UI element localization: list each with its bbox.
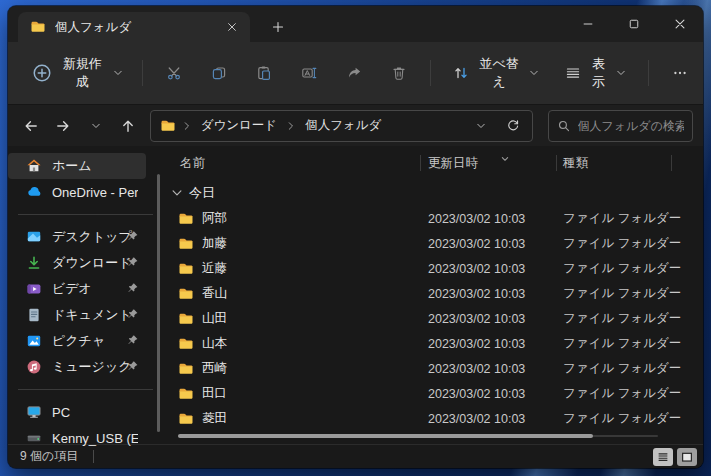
table-row[interactable]: 香山 2023/03/02 10:03 ファイル フォルダー bbox=[163, 281, 703, 306]
breadcrumb-item[interactable]: ダウンロード bbox=[196, 114, 282, 137]
file-name: 阿部 bbox=[202, 210, 227, 227]
details-view-toggle[interactable] bbox=[653, 448, 673, 466]
column-divider[interactable] bbox=[671, 155, 672, 171]
file-type: ファイル フォルダー bbox=[557, 360, 671, 377]
table-row[interactable]: 近藤 2023/03/02 10:03 ファイル フォルダー bbox=[163, 256, 703, 281]
sort-button[interactable]: 並べ替え bbox=[443, 48, 549, 98]
usb-icon bbox=[26, 430, 42, 446]
sort-button-label: 並べ替え bbox=[476, 55, 522, 91]
search-input[interactable] bbox=[578, 119, 685, 133]
file-list: 名前 更新日時 種類 今日 阿部 2023/03/02 10:03 ファイル フ… bbox=[163, 146, 703, 444]
file-date: 2023/03/02 10:03 bbox=[421, 262, 557, 276]
thumbnail-view-icon bbox=[680, 450, 694, 464]
sort-arrows-icon bbox=[453, 65, 469, 81]
thumbnail-view-toggle[interactable] bbox=[677, 448, 697, 466]
horizontal-scrollbar[interactable] bbox=[178, 434, 593, 438]
recent-locations-button[interactable] bbox=[81, 111, 110, 141]
sidebar-item-music[interactable]: ミュージック bbox=[8, 354, 146, 380]
sidebar-item-label: PC bbox=[52, 405, 138, 420]
group-header-today[interactable]: 今日 bbox=[163, 180, 703, 206]
new-button[interactable]: 新規作成 bbox=[22, 48, 133, 98]
share-button[interactable] bbox=[335, 55, 372, 91]
table-row[interactable]: 山田 2023/03/02 10:03 ファイル フォルダー bbox=[163, 306, 703, 331]
view-button[interactable]: 表示 bbox=[555, 48, 636, 98]
sidebar-item-video[interactable]: ビデオ bbox=[8, 276, 146, 302]
main-area: ホーム OneDrive - Personal デスクトップ ダウンロード ビデ… bbox=[8, 146, 703, 444]
file-type: ファイル フォルダー bbox=[557, 235, 671, 252]
status-divider bbox=[93, 450, 94, 463]
delete-button[interactable] bbox=[380, 55, 417, 91]
chevron-down-icon bbox=[91, 121, 101, 131]
rename-button[interactable] bbox=[290, 55, 327, 91]
column-header-date[interactable]: 更新日時 bbox=[421, 155, 556, 172]
back-button[interactable] bbox=[16, 111, 45, 141]
chevron-right-icon bbox=[182, 121, 192, 131]
file-date: 2023/03/02 10:03 bbox=[421, 337, 557, 351]
file-date: 2023/03/02 10:03 bbox=[421, 387, 557, 401]
refresh-button[interactable] bbox=[500, 113, 526, 139]
sidebar-items: ホーム OneDrive - Personal デスクトップ ダウンロード ビデ… bbox=[8, 153, 163, 451]
sidebar-item-label: ホーム bbox=[52, 157, 138, 175]
file-type: ファイル フォルダー bbox=[557, 385, 671, 402]
table-row[interactable]: 山本 2023/03/02 10:03 ファイル フォルダー bbox=[163, 331, 703, 356]
table-row[interactable]: 菱田 2023/03/02 10:03 ファイル フォルダー bbox=[163, 406, 703, 431]
sidebar-item-onedrive[interactable]: OneDrive - Personal bbox=[8, 179, 146, 205]
cut-icon bbox=[166, 65, 182, 81]
chevron-down-icon bbox=[476, 121, 486, 131]
back-arrow-icon bbox=[23, 118, 39, 134]
sidebar-item-document[interactable]: ドキュメント bbox=[8, 302, 146, 328]
sidebar-item-download[interactable]: ダウンロード bbox=[8, 250, 146, 276]
column-header-name[interactable]: 名前 bbox=[163, 155, 420, 172]
file-rows: 阿部 2023/03/02 10:03 ファイル フォルダー 加藤 2023/0… bbox=[163, 206, 703, 444]
rename-icon bbox=[301, 65, 317, 81]
new-tab-button[interactable] bbox=[264, 14, 292, 40]
column-header-date-label: 更新日時 bbox=[428, 156, 478, 170]
folder-icon bbox=[178, 286, 194, 302]
tab-close-button[interactable] bbox=[220, 16, 244, 38]
table-row[interactable]: 加藤 2023/03/02 10:03 ファイル フォルダー bbox=[163, 231, 703, 256]
address-dropdown-button[interactable] bbox=[468, 113, 494, 139]
close-button[interactable] bbox=[657, 6, 703, 42]
window-controls bbox=[565, 6, 703, 42]
table-row[interactable]: 阿部 2023/03/02 10:03 ファイル フォルダー bbox=[163, 206, 703, 231]
file-name: 加藤 bbox=[202, 235, 227, 252]
onedrive-icon bbox=[26, 184, 42, 200]
cut-button[interactable] bbox=[156, 55, 193, 91]
sidebar-item-picture[interactable]: ピクチャ bbox=[8, 328, 146, 354]
breadcrumb-item[interactable]: 個人フォルダ bbox=[300, 114, 386, 137]
up-button[interactable] bbox=[113, 111, 142, 141]
paste-button[interactable] bbox=[246, 55, 283, 91]
folder-icon bbox=[178, 236, 194, 252]
sidebar-scrollbar[interactable] bbox=[157, 174, 160, 432]
toolbar-divider bbox=[648, 60, 649, 86]
column-header-type[interactable]: 種類 bbox=[557, 155, 671, 172]
refresh-icon bbox=[506, 119, 520, 133]
folder-icon bbox=[178, 386, 194, 402]
folder-icon bbox=[178, 336, 194, 352]
file-name: 西崎 bbox=[202, 360, 227, 377]
sidebar-item-usb[interactable]: Kenny_USB (E:) bbox=[8, 425, 146, 451]
maximize-button[interactable] bbox=[611, 6, 657, 42]
forward-button[interactable] bbox=[48, 111, 77, 141]
table-row[interactable]: 田口 2023/03/02 10:03 ファイル フォルダー bbox=[163, 381, 703, 406]
breadcrumb: ダウンロード個人フォルダ bbox=[182, 114, 387, 137]
file-date: 2023/03/02 10:03 bbox=[421, 362, 557, 376]
file-name: 山本 bbox=[202, 335, 227, 352]
desktop-wallpaper: { "tab": { "label": "個人フォルダ" }, "toolbar… bbox=[0, 0, 711, 476]
table-row[interactable]: 西崎 2023/03/02 10:03 ファイル フォルダー bbox=[163, 356, 703, 381]
sidebar-item-pc[interactable]: PC bbox=[8, 399, 146, 425]
plus-icon bbox=[271, 20, 285, 34]
tab-personal-folder[interactable]: 個人フォルダ bbox=[18, 12, 250, 42]
more-options-button[interactable] bbox=[662, 55, 699, 91]
sort-direction-icon bbox=[499, 153, 511, 165]
home-icon bbox=[26, 158, 42, 174]
file-explorer-window: 個人フォルダ 新規作成 並べ替え 表示 bbox=[8, 6, 703, 468]
copy-button[interactable] bbox=[201, 55, 238, 91]
sidebar-item-home[interactable]: ホーム bbox=[8, 153, 146, 179]
address-bar[interactable]: ダウンロード個人フォルダ bbox=[150, 110, 533, 142]
pin-icon bbox=[126, 360, 139, 373]
file-name: 菱田 bbox=[202, 410, 227, 427]
sidebar-item-desktop[interactable]: デスクトップ bbox=[8, 224, 146, 250]
minimize-button[interactable] bbox=[565, 6, 611, 42]
file-date: 2023/03/02 10:03 bbox=[421, 212, 557, 226]
